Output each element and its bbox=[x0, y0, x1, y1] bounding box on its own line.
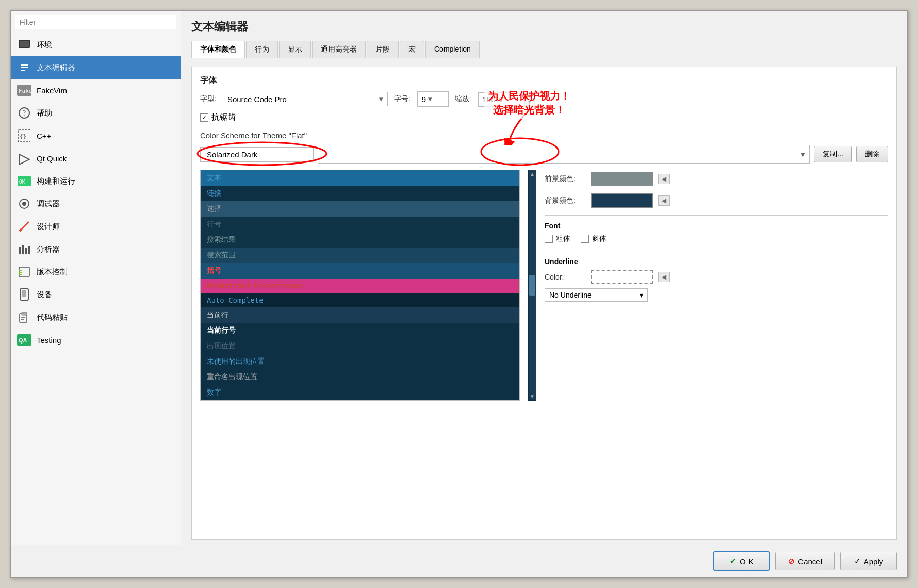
sidebar-item-fakevim[interactable]: Fake FakeVim bbox=[11, 79, 181, 102]
color-item-current-line[interactable]: 当前行 bbox=[201, 307, 519, 323]
tab-display[interactable]: 显示 bbox=[279, 41, 311, 58]
svg-line-18 bbox=[20, 229, 22, 231]
tab-content: 字体 字型: Source Code Pro ▾ 字号: 9 ▾ bbox=[191, 67, 897, 540]
bold-checkbox[interactable] bbox=[545, 235, 553, 243]
underline-type-select[interactable]: No Underline ▾ bbox=[545, 288, 648, 302]
font-dropdown-arrow: ▾ bbox=[379, 94, 383, 104]
copy-scheme-button[interactable]: 复制... bbox=[814, 146, 852, 162]
color-list-scrollbar[interactable]: ▲ ▼ bbox=[528, 170, 536, 401]
zoom-down-button[interactable]: ▼ bbox=[525, 99, 534, 105]
cpp-icon: {} bbox=[17, 128, 31, 143]
italic-option[interactable]: 斜体 bbox=[581, 234, 606, 243]
font-size-field[interactable]: 9 ▾ bbox=[417, 92, 448, 106]
color-item-search-result[interactable]: 搜索结果 bbox=[201, 232, 519, 248]
zoom-label: 缩放: bbox=[455, 94, 471, 104]
sidebar-item-vcs[interactable]: 版本控制 bbox=[11, 260, 181, 283]
antialias-row: ✓ 抗锯齿 bbox=[200, 112, 888, 123]
sidebar-item-help[interactable]: ? 帮助 bbox=[11, 102, 181, 124]
sidebar-item-analyzer[interactable]: 分析器 bbox=[11, 238, 181, 260]
font-type-row: 字型: Source Code Pro ▾ 字号: 9 ▾ 缩放: bbox=[200, 91, 888, 107]
bg-color-row: 背景颜色: ◀ bbox=[545, 193, 888, 208]
zoom-value-field[interactable]: 100% bbox=[478, 92, 524, 106]
sidebar-item-device[interactable]: 设备 bbox=[11, 283, 181, 306]
svg-point-16 bbox=[22, 202, 26, 206]
font-style-row: 粗体 斜体 bbox=[545, 234, 888, 243]
bold-option[interactable]: 粗体 bbox=[545, 234, 570, 243]
sidebar-item-cpp[interactable]: {} C++ bbox=[11, 124, 181, 147]
underline-color-arrow[interactable]: ◀ bbox=[658, 272, 670, 282]
debugger-icon bbox=[17, 197, 31, 211]
sidebar-item-build-run[interactable]: 0K 构建和运行 bbox=[11, 170, 181, 192]
ok-button[interactable]: ✔ OOKK bbox=[713, 551, 770, 571]
color-list-container: 文本 链接 选择 行号 搜索结果 搜索范围 括号 Mismatched Pare… bbox=[200, 170, 888, 401]
svg-text:{}: {} bbox=[20, 133, 26, 140]
zoom-spinner[interactable]: ▲ ▼ bbox=[524, 92, 535, 106]
sidebar-item-text-editor[interactable]: 文本编辑器 bbox=[11, 56, 181, 79]
tab-macros[interactable]: 宏 bbox=[400, 41, 424, 58]
filter-input[interactable] bbox=[15, 15, 176, 29]
scheme-dropdown-arrow: ▾ bbox=[801, 150, 805, 159]
bg-color-swatch[interactable] bbox=[591, 193, 653, 208]
color-item-mismatched[interactable]: Mismatched Parentheses bbox=[201, 279, 519, 293]
underline-color-swatch[interactable] bbox=[591, 270, 653, 284]
sidebar-label-analyzer: 分析器 bbox=[37, 244, 60, 254]
tab-behavior[interactable]: 行为 bbox=[246, 41, 278, 58]
sidebar-item-codepaste[interactable]: 代码粘贴 bbox=[11, 306, 181, 329]
sidebar-item-qtquick[interactable]: Qt Quick bbox=[11, 147, 181, 170]
sidebar-label-help: 帮助 bbox=[37, 108, 52, 118]
italic-checkbox[interactable] bbox=[581, 235, 589, 243]
color-item-current-linenum[interactable]: 当前行号 bbox=[201, 323, 519, 338]
svg-rect-1 bbox=[19, 40, 29, 47]
apply-label: Apply bbox=[864, 557, 883, 566]
sidebar-label-env: 环境 bbox=[37, 40, 52, 50]
font-name-select[interactable]: Source Code Pro ▾ bbox=[223, 92, 388, 106]
help-icon: ? bbox=[17, 106, 31, 120]
sidebar-label-codepaste: 代码粘贴 bbox=[37, 313, 68, 322]
cancel-label: Cancel bbox=[798, 557, 822, 566]
delete-scheme-button[interactable]: 删除 bbox=[856, 146, 888, 162]
tab-highlighter[interactable]: 通用高亮器 bbox=[312, 41, 366, 58]
cancel-button[interactable]: ⊘ Cancel bbox=[775, 552, 835, 570]
zoom-up-button[interactable]: ▲ bbox=[525, 93, 534, 99]
sidebar-item-testing[interactable]: QA Testing bbox=[11, 329, 181, 351]
sidebar-item-designer[interactable]: 设计师 bbox=[11, 215, 181, 238]
svg-text:QA: QA bbox=[19, 337, 27, 344]
sidebar-label-qtquick: Qt Quick bbox=[37, 154, 67, 163]
svg-rect-21 bbox=[25, 248, 27, 254]
vcs-icon bbox=[17, 265, 31, 279]
color-item-link[interactable]: 链接 bbox=[201, 186, 519, 201]
underline-title: Underline bbox=[545, 257, 888, 266]
sidebar-label-fakevim: FakeVim bbox=[37, 86, 67, 95]
font-props-title: Font bbox=[545, 222, 888, 230]
fg-color-swatch[interactable] bbox=[591, 172, 653, 186]
fg-color-arrow[interactable]: ◀ bbox=[658, 174, 670, 184]
color-item-selection[interactable]: 选择 bbox=[201, 201, 519, 217]
color-item-text[interactable]: 文本 bbox=[201, 170, 519, 186]
sidebar-item-env[interactable]: 环境 bbox=[11, 34, 181, 56]
color-item-bracket[interactable]: 括号 bbox=[201, 263, 519, 279]
color-item-unused-occurrence[interactable]: 未使用的出现位置 bbox=[201, 354, 519, 369]
color-item-rename-occurrence[interactable]: 重命名出现位置 bbox=[201, 369, 519, 385]
antialias-checkbox[interactable]: ✓ bbox=[200, 113, 208, 122]
color-item-line-num[interactable]: 行号 bbox=[201, 217, 519, 232]
color-item-number[interactable]: 数字 bbox=[201, 385, 519, 400]
underline-color-row: Color: ◀ bbox=[545, 270, 888, 284]
color-item-autocomplete[interactable]: Auto Complete bbox=[201, 293, 519, 307]
font-properties: Font 粗体 斜体 bbox=[545, 215, 888, 243]
color-item-search-scope[interactable]: 搜索范围 bbox=[201, 248, 519, 263]
analyzer-icon bbox=[17, 242, 31, 256]
bg-color-arrow[interactable]: ◀ bbox=[658, 195, 670, 206]
svg-marker-12 bbox=[19, 154, 29, 165]
tab-snippets[interactable]: 片段 bbox=[367, 41, 399, 58]
underline-color-label: Color: bbox=[545, 273, 586, 281]
main-content: 环境 文本编辑器 Fake bbox=[11, 11, 907, 545]
tab-completion[interactable]: Completion bbox=[425, 41, 480, 58]
sidebar-item-debugger[interactable]: 调试器 bbox=[11, 192, 181, 215]
color-item-occurrence[interactable]: 出现位置 bbox=[201, 338, 519, 354]
scheme-dropdown[interactable]: ▾ bbox=[318, 145, 810, 164]
apply-button[interactable]: ✓ Apply bbox=[840, 552, 897, 570]
color-scheme-section: Color Scheme for Theme "Flat" Solarized … bbox=[200, 131, 888, 401]
tab-font-color[interactable]: 字体和颜色 bbox=[191, 41, 245, 58]
panel-title: 文本编辑器 bbox=[191, 19, 897, 35]
text-editor-icon bbox=[17, 60, 31, 75]
